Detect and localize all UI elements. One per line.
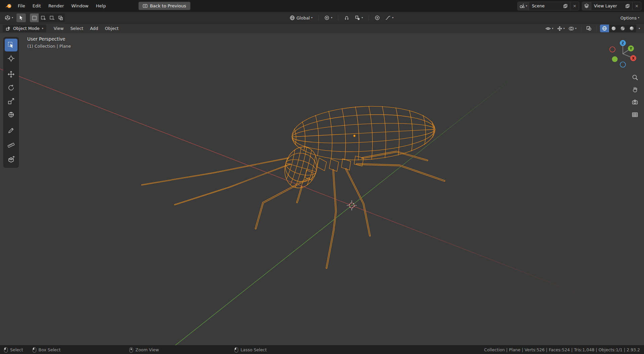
gizmo-arrows-icon bbox=[557, 26, 562, 31]
overlays-icon bbox=[568, 26, 574, 31]
scene-browse-button[interactable]: ▾ bbox=[518, 2, 529, 10]
menu-help[interactable]: Help bbox=[92, 2, 110, 10]
chevron-down-icon: ▾ bbox=[526, 5, 527, 7]
tool-transform[interactable] bbox=[5, 108, 17, 121]
hint-lasso-select-label: Lasso Select bbox=[241, 347, 267, 352]
gizmos-dropdown[interactable]: ▾ bbox=[556, 25, 566, 32]
menu-window[interactable]: Window bbox=[68, 2, 92, 10]
object-types-visibility-dropdown[interactable]: ▾ bbox=[544, 25, 555, 32]
select-mode-group bbox=[30, 13, 65, 22]
tool-annotate[interactable] bbox=[5, 124, 17, 137]
select-mode-subtract-button[interactable] bbox=[47, 13, 56, 22]
tool-cursor[interactable] bbox=[5, 52, 17, 65]
chevron-down-icon: ▾ bbox=[552, 27, 553, 30]
tool-rotate[interactable] bbox=[5, 81, 17, 94]
back-screen-icon bbox=[143, 4, 147, 8]
proportional-edit-toggle[interactable] bbox=[373, 13, 382, 22]
ortho-perspective-toggle-button[interactable] bbox=[631, 110, 639, 119]
select-mode-intersect-button[interactable] bbox=[56, 13, 65, 22]
hint-box-select: Box Select bbox=[33, 347, 61, 353]
toolbar bbox=[3, 37, 19, 168]
tool-settings-bar: ▾ bbox=[0, 12, 644, 24]
pivot-point-dropdown[interactable]: ▾ bbox=[322, 13, 334, 22]
menu-file[interactable]: File bbox=[14, 2, 29, 10]
tool-measure[interactable] bbox=[5, 137, 17, 150]
back-to-previous-button[interactable]: Back to Previous bbox=[138, 2, 190, 10]
copy-icon[interactable] bbox=[563, 4, 567, 8]
scene-unlink-button[interactable]: × bbox=[570, 2, 579, 10]
snap-toggle-button[interactable] bbox=[342, 13, 351, 22]
chevron-down-icon: ▾ bbox=[563, 27, 565, 30]
shading-material-button[interactable] bbox=[618, 25, 627, 32]
viewport-3d[interactable]: User Perspective (1) Collection | Plane bbox=[0, 33, 644, 345]
proportional-falloff-dropdown[interactable]: ▾ bbox=[383, 13, 395, 22]
wireframe-insect[interactable] bbox=[142, 103, 444, 268]
orientation-globe-icon bbox=[290, 15, 295, 21]
camera-view-button[interactable] bbox=[631, 98, 639, 107]
options-dropdown[interactable]: Options ▾ bbox=[618, 13, 641, 22]
divider bbox=[581, 26, 582, 32]
transform-orientation-dropdown[interactable]: Global ▾ bbox=[288, 13, 314, 22]
shading-wireframe-button[interactable] bbox=[600, 25, 609, 32]
menu-add[interactable]: Add bbox=[87, 25, 101, 32]
shading-rendered-button[interactable] bbox=[627, 25, 636, 32]
overlays-dropdown[interactable]: ▾ bbox=[567, 25, 578, 32]
scene-selector: ▾ Scene × bbox=[517, 2, 579, 10]
zoom-view-button[interactable] bbox=[631, 73, 639, 82]
tool-add-cube[interactable] bbox=[5, 153, 17, 166]
menu-render[interactable]: Render bbox=[45, 2, 68, 10]
navigation-gizmo[interactable]: Z Y X bbox=[605, 36, 641, 72]
chevron-down-icon: ▾ bbox=[392, 16, 393, 19]
axis-x-label: X bbox=[632, 56, 635, 60]
shading-solid-button[interactable] bbox=[609, 25, 618, 32]
tool-select-box[interactable] bbox=[5, 39, 17, 51]
active-tool-tweak-button[interactable] bbox=[16, 13, 26, 22]
insect-legs bbox=[256, 152, 444, 268]
view-layer-name-field[interactable]: View Layer bbox=[591, 2, 632, 10]
editor-type-button[interactable]: ▾ bbox=[3, 13, 15, 22]
shading-dropdown[interactable]: ▾ bbox=[637, 25, 641, 32]
view-layer-remove-button[interactable]: × bbox=[632, 2, 641, 10]
scene-name-field[interactable]: Scene bbox=[529, 2, 570, 10]
y-axis-line bbox=[175, 70, 523, 345]
select-mode-extend-button[interactable] bbox=[39, 13, 47, 22]
insect-head-mesh bbox=[280, 143, 322, 192]
tool-move[interactable] bbox=[5, 68, 17, 81]
axis-minus-x-ball[interactable] bbox=[610, 47, 615, 52]
copy-icon[interactable] bbox=[626, 4, 630, 8]
tweak-cursor-icon bbox=[18, 15, 24, 21]
view-perspective-label: User Perspective bbox=[27, 36, 65, 42]
axis-minus-z-ball[interactable] bbox=[620, 62, 626, 67]
chevron-down-icon: ▾ bbox=[331, 16, 332, 19]
snap-settings-dropdown[interactable]: ▾ bbox=[353, 13, 365, 22]
hint-box-select-label: Box Select bbox=[39, 347, 61, 352]
blender-logo-icon[interactable] bbox=[3, 3, 14, 9]
close-icon: × bbox=[573, 3, 576, 8]
axis-minus-y-ball[interactable] bbox=[612, 56, 618, 62]
pan-view-hand-button[interactable] bbox=[631, 85, 639, 94]
orientation-label: Global bbox=[296, 15, 310, 21]
viewport-nav-buttons bbox=[631, 73, 639, 119]
menu-edit[interactable]: Edit bbox=[29, 2, 45, 10]
mode-select-dropdown[interactable]: Object Mode ▾ bbox=[3, 25, 46, 32]
object-mode-icon bbox=[6, 26, 11, 31]
xray-toggle[interactable] bbox=[585, 25, 593, 32]
select-mode-new-button[interactable] bbox=[30, 13, 39, 22]
viewport-canvas[interactable] bbox=[0, 33, 644, 345]
active-collection-label: (1) Collection | Plane bbox=[27, 44, 71, 49]
menu-select[interactable]: Select bbox=[67, 25, 87, 32]
chevron-down-icon: ▾ bbox=[638, 16, 639, 19]
menu-view[interactable]: View bbox=[50, 25, 67, 32]
tool-scale[interactable] bbox=[5, 95, 17, 108]
xray-icon bbox=[586, 26, 592, 31]
view-layer-browse-button[interactable] bbox=[582, 2, 591, 10]
falloff-curve-icon bbox=[385, 15, 391, 21]
layers-icon bbox=[584, 3, 589, 8]
mode-label: Object Mode bbox=[13, 26, 40, 31]
menu-object[interactable]: Object bbox=[101, 25, 122, 32]
back-to-previous-label: Back to Previous bbox=[150, 3, 186, 8]
hint-zoom-view: Zoom View bbox=[129, 347, 159, 353]
divider bbox=[338, 15, 338, 21]
view-layer-name-value: View Layer bbox=[594, 3, 623, 8]
shading-mode-group bbox=[600, 25, 636, 32]
